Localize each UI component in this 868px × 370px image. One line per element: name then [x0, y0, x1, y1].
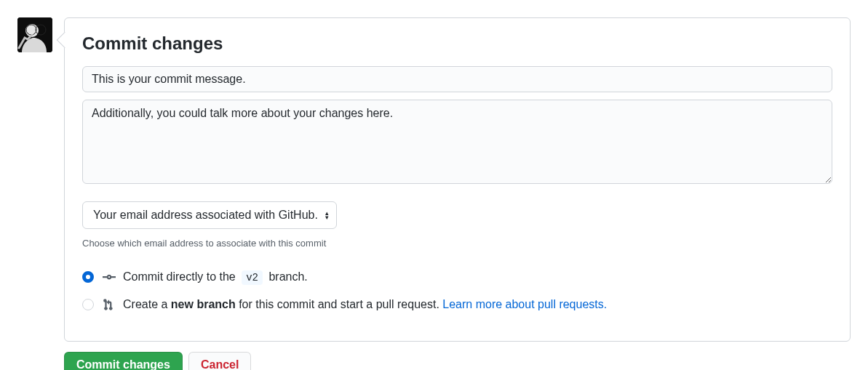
radio-commit-direct-input[interactable]: [82, 271, 94, 283]
commit-description-input[interactable]: [82, 100, 832, 184]
git-commit-icon: [103, 270, 116, 283]
avatar: [17, 17, 52, 52]
email-helper-text: Choose which email address to associate …: [82, 236, 832, 251]
radio-direct-text: Commit directly to the v2 branch.: [123, 268, 308, 286]
branch-tag: v2: [242, 270, 263, 285]
commit-panel: Commit changes Your email address associ…: [64, 17, 851, 342]
git-pull-request-icon: [103, 298, 116, 311]
cancel-button[interactable]: Cancel: [188, 352, 251, 371]
commit-button[interactable]: Commit changes: [64, 352, 183, 371]
learn-more-link[interactable]: Learn more about pull requests.: [442, 298, 607, 310]
radio-commit-direct[interactable]: Commit directly to the v2 branch.: [82, 268, 832, 286]
panel-title: Commit changes: [82, 33, 832, 55]
radio-new-branch-input[interactable]: [82, 299, 94, 310]
select-arrows-icon: ▴▾: [325, 211, 329, 220]
panel-pointer: [57, 32, 73, 49]
commit-summary-input[interactable]: [82, 66, 832, 92]
email-select-label: Your email address associated with GitHu…: [93, 206, 318, 224]
radio-new-branch[interactable]: Create a new branch for this commit and …: [82, 296, 832, 313]
email-select[interactable]: Your email address associated with GitHu…: [82, 201, 337, 229]
radio-new-branch-text: Create a new branch for this commit and …: [123, 296, 607, 313]
